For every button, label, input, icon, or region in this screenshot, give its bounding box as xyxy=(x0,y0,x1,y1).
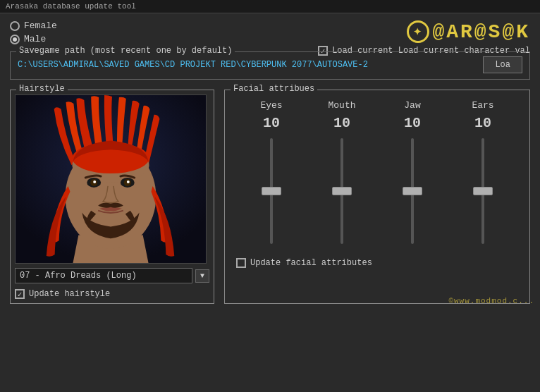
savegame-section: Savegame path (most recent one by defaul… xyxy=(10,51,530,80)
ears-thumb[interactable] xyxy=(473,187,493,195)
eyes-thumb[interactable] xyxy=(262,187,281,195)
eyes-label: Eyes xyxy=(260,100,282,111)
watermark: ©www.modmod.c... xyxy=(448,297,534,305)
jaw-value: 10 xyxy=(404,115,421,131)
mouth-value: 10 xyxy=(333,115,350,131)
facial-col-eyes: Eyes 10 xyxy=(252,100,291,251)
facial-col-mouth: Mouth 10 xyxy=(323,100,362,251)
facial-col-ears: Ears 10 xyxy=(464,100,503,251)
logo-circle-icon: ✦ xyxy=(407,20,429,43)
svg-point-9 xyxy=(93,180,96,183)
update-hairstyle-label: Update hairstyle xyxy=(29,289,110,299)
ears-value: 10 xyxy=(474,115,491,131)
jaw-thumb[interactable] xyxy=(403,187,422,195)
jaw-slider[interactable] xyxy=(411,138,414,251)
savegame-path: C:\USERS\ADMIRAL\SAVED GAMES\CD PROJEKT … xyxy=(18,60,477,70)
hairstyle-select[interactable]: 07 - Afro Dreads (Long) xyxy=(15,268,192,283)
jaw-label: Jaw xyxy=(404,100,420,111)
savegame-section-label: Savegame path (most recent one by defaul… xyxy=(16,46,235,56)
eyes-slider[interactable] xyxy=(270,138,273,251)
facial-panel: Facial attribues Eyes 10 Mouth 10 xyxy=(224,90,530,304)
title-bar: Arasaka database update tool xyxy=(0,0,540,13)
female-label: Female xyxy=(24,20,57,31)
mouth-slider[interactable] xyxy=(340,138,343,251)
arasaka-logo: ✦ @AR@S@K xyxy=(407,20,530,43)
dropdown-arrow-icon[interactable]: ▼ xyxy=(195,269,209,283)
load-button[interactable]: Loa xyxy=(483,56,522,73)
app-title: Arasaka database update tool xyxy=(6,2,136,11)
update-hairstyle-checkbox[interactable] xyxy=(15,289,25,299)
female-radio[interactable] xyxy=(10,21,20,31)
ears-slider[interactable] xyxy=(481,138,484,251)
top-right-area: ✦ @AR@S@K Load current Load current char… xyxy=(318,20,530,56)
male-radio[interactable] xyxy=(10,35,20,44)
eyes-value: 10 xyxy=(263,115,280,131)
facial-panel-title: Facial attribues xyxy=(231,84,317,94)
mouth-label: Mouth xyxy=(328,100,355,111)
update-facial-label: Update facial attributes xyxy=(250,258,372,268)
hairstyle-panel-title: Hairstyle xyxy=(16,84,68,94)
logo-text: @AR@S@K xyxy=(432,21,530,43)
svg-point-10 xyxy=(127,180,130,183)
ears-label: Ears xyxy=(472,100,493,111)
hairstyle-panel: Hairstyle xyxy=(10,90,214,304)
character-image xyxy=(15,94,207,264)
male-label: Male xyxy=(24,34,46,44)
update-facial-checkbox[interactable] xyxy=(236,258,246,268)
facial-col-jaw: Jaw 10 xyxy=(393,100,432,251)
mouth-thumb[interactable] xyxy=(332,187,352,195)
